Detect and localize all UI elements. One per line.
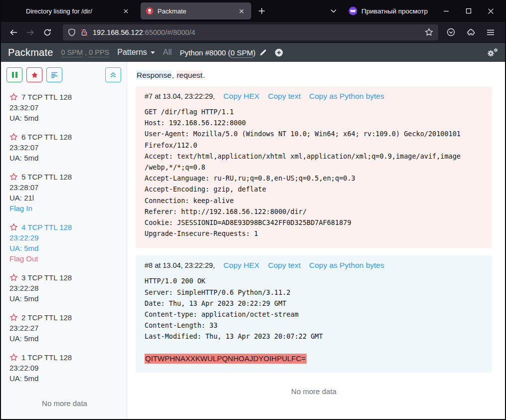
bookmark-star-icon[interactable] (425, 28, 433, 36)
tab-close-icon[interactable] (121, 6, 131, 16)
stream-title[interactable]: 6 TCP TTL 128 (21, 132, 72, 142)
stream-item-6[interactable]: 6 TCP TTL 128 23:32:07 UA: 5md (9, 132, 120, 163)
stream-time: 23:22:28 (9, 283, 120, 293)
url-host: 192.168.56.122 (93, 28, 143, 36)
tab-title: Packmate (158, 7, 232, 15)
settings-gears-icon[interactable] (486, 48, 498, 57)
list-all-tabs-button[interactable] (326, 3, 341, 18)
stream-title[interactable]: 5 TCP TTL 128 (21, 172, 72, 182)
stream-time: 23:22:09 (9, 363, 120, 373)
stream-time: 23:28:07 (9, 182, 120, 193)
all-services-link[interactable]: All (163, 48, 172, 57)
patterns-dropdown[interactable]: Patterns (117, 48, 155, 57)
stream-ua: UA: 5md (9, 293, 120, 304)
stream-item-7[interactable]: 7 TCP TTL 128 23:32:07 UA: 5md (9, 92, 120, 123)
spm-stat: 0 SPM (61, 48, 83, 57)
favorites-filter-button[interactable] (26, 67, 42, 82)
service-prefix: Python #8000 ( (180, 48, 231, 57)
app-brand[interactable]: Packmate (8, 47, 53, 58)
insecure-lock-icon[interactable] (80, 28, 88, 36)
flag-out-link[interactable]: Flag Out (9, 253, 120, 264)
tab-title: Directory listing for /dir/ (16, 7, 117, 15)
packmate-navbar: Packmate 0 SPM , 0 PPS Patterns All Pyth… (1, 43, 505, 62)
favorite-star-icon[interactable] (9, 223, 18, 231)
stream-title[interactable]: 2 TCP TTL 128 (21, 312, 72, 323)
packet-body: GET /dir/flag HTTP/1.1 Host: 192.168.56.… (145, 106, 483, 239)
stream-ua: UA: 5md (9, 113, 120, 123)
pause-stream-button[interactable] (6, 67, 22, 82)
packet-8-response: #8 at 13.04, 23:22:29, Copy HEX Copy tex… (136, 255, 492, 372)
reload-button[interactable] (39, 24, 56, 40)
private-label: Приватный просмотр (361, 7, 428, 15)
stream-time: 23:32:07 (9, 142, 120, 153)
service-selector[interactable]: Python #8000 (0 SPM) (180, 48, 267, 57)
pause-icon (12, 72, 17, 78)
copy-text-link[interactable]: Copy text (268, 261, 300, 270)
favorite-star-icon[interactable] (9, 93, 18, 101)
back-button[interactable] (5, 24, 22, 40)
stream-ua: UA: 21l (9, 193, 120, 203)
private-mask-icon (348, 6, 357, 15)
window-controls (435, 0, 502, 22)
packet-id: #8 at 13.04, 23:22:29, (145, 261, 215, 269)
browser-toolbar: 192.168.56.122:65000/#/8000/4 (1, 22, 505, 43)
close-window-button[interactable] (480, 0, 502, 22)
forward-button[interactable] (22, 24, 39, 40)
new-tab-button[interactable] (254, 3, 269, 18)
list-view-button[interactable] (46, 67, 62, 82)
pocket-icon[interactable] (442, 24, 459, 40)
stream-item-2[interactable]: 2 TCP TTL 128 23:22:27 UA: 5md (9, 312, 120, 344)
copy-hex-link[interactable]: Copy HEX (223, 261, 259, 270)
stream-item-4-selected[interactable]: 4 TCP TTL 128 23:22:29 UA: 5md Flag Out (9, 222, 120, 264)
favorite-star-icon[interactable] (9, 173, 18, 181)
tab-close-icon[interactable] (236, 6, 246, 16)
flag-match-highlight: QITWPHNAXXKWULPQNHOAJDYOIHPULFC= (145, 354, 307, 364)
tab-packmate[interactable]: Packmate (141, 2, 251, 19)
extensions-puzzle-icon[interactable] (462, 24, 479, 40)
add-service-button[interactable] (275, 48, 283, 57)
stream-title[interactable]: 7 TCP TTL 128 (21, 92, 72, 102)
stream-item-3[interactable]: 3 TCP TTL 128 23:22:28 UA: 5md (9, 272, 120, 304)
stream-title[interactable]: 3 TCP TTL 128 (21, 272, 72, 283)
copy-hex-link[interactable]: Copy HEX (223, 92, 259, 101)
service-name: Python #8000 (0 SPM) (180, 48, 256, 57)
sidebar-toolbar (1, 62, 127, 85)
stream-time: 23:22:29 (9, 232, 120, 243)
copy-text-link[interactable]: Copy text (268, 92, 300, 101)
stat-separator: , (83, 48, 89, 56)
url-text[interactable]: 192.168.56.122:65000/#/8000/4 (93, 28, 420, 36)
stream-item-5[interactable]: 5 TCP TTL 128 23:28:07 UA: 21l Flag In (9, 172, 120, 213)
collapse-streams-button[interactable] (105, 67, 121, 82)
sidebar-no-more-data: No more data (9, 392, 120, 417)
url-bar[interactable]: 192.168.56.122:65000/#/8000/4 (63, 24, 438, 40)
traffic-stats: 0 SPM , 0 PPS (61, 48, 110, 56)
stream-time: 23:32:07 (9, 102, 120, 113)
main-no-more-data: No more data (136, 380, 492, 403)
copy-python-bytes-link[interactable]: Copy as Python bytes (309, 92, 384, 101)
packet-header: #8 at 13.04, 23:22:29, Copy HEX Copy tex… (145, 261, 483, 270)
patterns-label: Patterns (117, 48, 147, 57)
stream-item-1[interactable]: 1 TCP TTL 128 23:22:09 UA: 5md (9, 352, 120, 384)
stream-list: 7 TCP TTL 128 23:32:07 UA: 5md 6 TCP TTL… (1, 85, 127, 419)
favorite-star-icon[interactable] (9, 133, 18, 141)
favorite-star-icon[interactable] (9, 313, 18, 322)
stream-ua: UA: 5md (9, 243, 120, 253)
packet-7-request: #7 at 13.04, 23:22:29, Copy HEX Copy tex… (136, 86, 492, 248)
url-path: :65000/#/8000/4 (143, 28, 195, 36)
maximize-button[interactable] (457, 0, 480, 22)
stream-title[interactable]: 4 TCP TTL 128 (21, 222, 72, 232)
edit-pencil-icon[interactable] (259, 49, 267, 56)
legend-request: request (176, 70, 203, 80)
minimize-button[interactable] (435, 0, 457, 22)
stream-title[interactable]: 1 TCP TTL 128 (21, 352, 72, 363)
tab-directory-listing[interactable]: Directory listing for /dir/ (11, 2, 136, 19)
flag-in-link[interactable]: Flag In (9, 203, 120, 213)
copy-python-bytes-link[interactable]: Copy as Python bytes (309, 261, 384, 270)
menu-hamburger-icon[interactable] (482, 24, 499, 40)
stream-ua: UA: 5md (9, 373, 120, 384)
shield-icon[interactable] (68, 28, 76, 36)
favorite-star-icon[interactable] (9, 353, 18, 362)
star-icon (31, 71, 38, 79)
legend-period: . (203, 71, 205, 79)
favorite-star-icon[interactable] (9, 273, 18, 282)
